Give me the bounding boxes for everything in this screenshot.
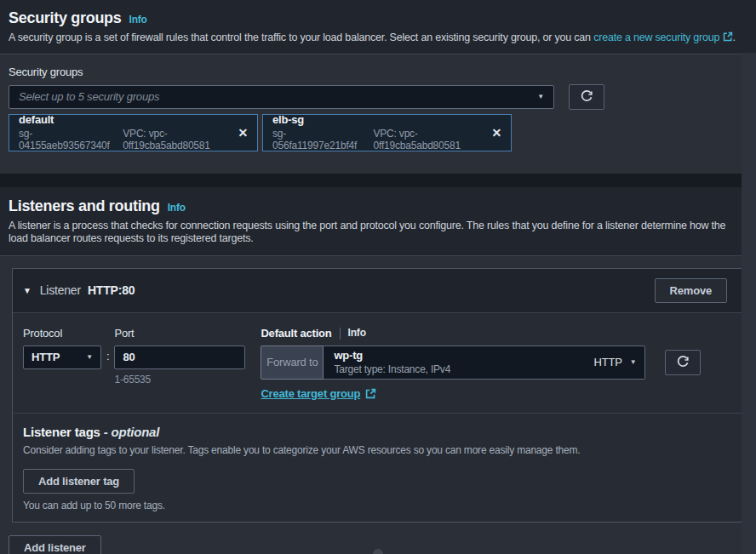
selected-security-groups: default sg-04155aeb93567340f VPC: vpc-0f…: [9, 114, 747, 151]
security-groups-section: Security groups Info A security group is…: [0, 0, 756, 174]
token-sg-id: sg-056fa11997e21bf4f: [272, 128, 361, 151]
listener-panel-body: Protocol HTTP ▼ : Port 80 1-65535: [13, 313, 743, 522]
tags-title-optional: - optional: [104, 425, 160, 439]
listener-tags-title: Listener tags - optional: [23, 425, 733, 439]
default-action-field: Default action Info Forward to wp-tg Tar…: [261, 327, 701, 400]
listeners-content: ▼ Listener HTTP:80 Remove Protocol HTTP …: [0, 256, 756, 554]
section-title: Listeners and routing: [9, 197, 160, 215]
security-groups-select[interactable]: Select up to 5 security groups ▼: [9, 85, 554, 109]
label-divider: [340, 328, 341, 340]
target-group-detail: Target type: Instance, IPv4: [334, 363, 450, 375]
refresh-target-groups-button[interactable]: [665, 350, 701, 375]
port-range-hint: 1-65535: [114, 374, 245, 386]
protocol-select[interactable]: HTTP ▼: [23, 346, 101, 369]
protocol-port-separator: :: [106, 327, 109, 363]
section-title: Security groups: [9, 9, 122, 27]
security-groups-header: Security groups Info A security group is…: [0, 0, 756, 54]
add-listener-tag-button[interactable]: Add listener tag: [23, 469, 135, 494]
create-security-group-link[interactable]: create a new security group: [593, 31, 719, 43]
chevron-down-icon: ▼: [630, 359, 637, 366]
protocol-value: HTTP: [32, 351, 60, 363]
description-text: A security group is a set of firewall ru…: [9, 31, 593, 43]
port-label: Port: [114, 327, 245, 340]
token-sg-id: sg-04155aeb93567340f: [19, 128, 110, 151]
scrollbar-track[interactable]: [742, 53, 756, 554]
scroll-indicator-dot: [373, 549, 383, 554]
target-group-name: wp-tg: [334, 349, 450, 362]
external-link-icon: [723, 31, 733, 42]
description-text-end: .: [733, 31, 736, 43]
token-vpc: VPC: vpc-0ff19cba5abd80581: [123, 128, 238, 151]
add-listener-button[interactable]: Add listener: [9, 535, 101, 554]
security-groups-field-label: Security groups: [9, 66, 747, 78]
create-target-group-link[interactable]: Create target group: [261, 387, 376, 400]
target-group-select[interactable]: wp-tg Target type: Instance, IPv4 HTTP ▼: [324, 346, 645, 380]
refresh-icon: [676, 356, 690, 369]
close-icon[interactable]: ✕: [238, 126, 248, 140]
section-gap: [0, 174, 756, 187]
forward-to-chip: Forward to: [261, 346, 324, 380]
target-group-protocol: HTTP: [594, 356, 622, 368]
refresh-security-groups-button[interactable]: [569, 84, 604, 110]
select-placeholder: Select up to 5 security groups: [19, 90, 159, 103]
section-description: A listener is a process that checks for …: [9, 220, 736, 246]
listener-panel: ▼ Listener HTTP:80 Remove Protocol HTTP …: [12, 268, 744, 523]
port-input[interactable]: 80: [114, 346, 245, 369]
info-link[interactable]: Info: [348, 327, 366, 340]
tags-title-text: Listener tags: [23, 425, 100, 439]
security-group-token-default: default sg-04155aeb93567340f VPC: vpc-0f…: [9, 114, 258, 151]
security-group-token-elb-sg: elb-sg sg-056fa11997e21bf4f VPC: vpc-0ff…: [262, 114, 512, 151]
remove-listener-button[interactable]: Remove: [655, 278, 727, 303]
token-name: default: [19, 113, 238, 126]
token-name: elb-sg: [272, 113, 491, 126]
chevron-down-icon: ▼: [86, 354, 93, 361]
default-action-label: Default action: [261, 327, 331, 340]
section-description: A security group is a set of firewall ru…: [9, 31, 736, 45]
close-icon[interactable]: ✕: [491, 126, 501, 140]
info-link[interactable]: Info: [129, 14, 147, 26]
listeners-section: Listeners and routing Info A listener is…: [0, 187, 756, 554]
listener-protocol-port: HTTP:80: [88, 283, 135, 297]
protocol-label: Protocol: [23, 327, 101, 340]
create-target-group-label: Create target group: [261, 387, 360, 400]
refresh-icon: [580, 90, 593, 104]
collapse-caret-icon[interactable]: ▼: [23, 286, 32, 295]
port-field: Port 80 1-65535: [114, 327, 245, 386]
external-link-icon: [365, 388, 376, 399]
tags-divider: [13, 413, 743, 414]
chevron-down-icon: ▼: [537, 94, 544, 100]
listeners-header: Listeners and routing Info A listener is…: [0, 187, 756, 256]
security-groups-content: Security groups Select up to 5 security …: [0, 54, 756, 174]
token-vpc: VPC: vpc-0ff19cba5abd80581: [374, 128, 492, 151]
tags-remaining-hint: You can add up to 50 more tags.: [23, 500, 733, 511]
info-link[interactable]: Info: [168, 202, 186, 214]
listener-panel-header: ▼ Listener HTTP:80 Remove: [13, 269, 743, 313]
protocol-field: Protocol HTTP ▼: [23, 327, 101, 369]
listener-tags-description: Consider adding tags to your listener. T…: [23, 444, 733, 456]
listener-label: Listener: [40, 283, 81, 297]
